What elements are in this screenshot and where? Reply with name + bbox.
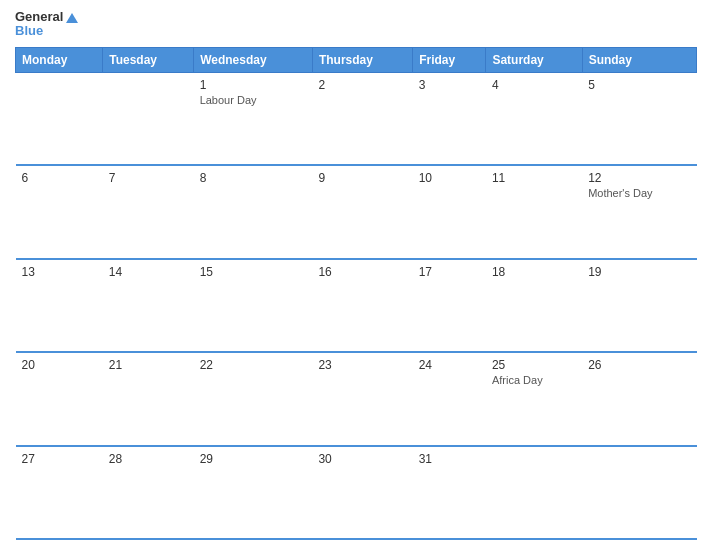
day-cell: 30 (312, 446, 412, 539)
day-number: 17 (419, 265, 480, 279)
day-cell: 7 (103, 165, 194, 258)
week-row-0: 1Labour Day2345 (16, 72, 697, 165)
day-number: 6 (22, 171, 97, 185)
day-cell: 17 (413, 259, 486, 352)
day-cell: 11 (486, 165, 582, 258)
day-number: 27 (22, 452, 97, 466)
day-cell (486, 446, 582, 539)
day-number: 13 (22, 265, 97, 279)
week-row-2: 13141516171819 (16, 259, 697, 352)
day-cell: 24 (413, 352, 486, 445)
header-saturday: Saturday (486, 47, 582, 72)
day-cell: 12Mother's Day (582, 165, 696, 258)
day-cell: 13 (16, 259, 103, 352)
day-cell: 29 (194, 446, 313, 539)
calendar-table: Monday Tuesday Wednesday Thursday Friday… (15, 47, 697, 540)
day-number: 11 (492, 171, 576, 185)
calendar-container: General Blue Monday Tuesday Wednesday Th… (0, 0, 712, 550)
day-cell: 28 (103, 446, 194, 539)
day-number: 15 (200, 265, 307, 279)
header-sunday: Sunday (582, 47, 696, 72)
week-row-4: 2728293031 (16, 446, 697, 539)
day-cell: 19 (582, 259, 696, 352)
holiday-name: Mother's Day (588, 187, 690, 199)
day-cell: 6 (16, 165, 103, 258)
day-number: 2 (318, 78, 406, 92)
day-cell: 22 (194, 352, 313, 445)
day-number: 5 (588, 78, 690, 92)
day-cell: 14 (103, 259, 194, 352)
logo-general-text: General (15, 10, 78, 24)
day-cell: 15 (194, 259, 313, 352)
day-cell: 21 (103, 352, 194, 445)
holiday-name: Africa Day (492, 374, 576, 386)
day-number: 31 (419, 452, 480, 466)
week-row-1: 6789101112Mother's Day (16, 165, 697, 258)
day-number: 24 (419, 358, 480, 372)
day-number: 22 (200, 358, 307, 372)
day-cell: 1Labour Day (194, 72, 313, 165)
day-cell: 20 (16, 352, 103, 445)
day-cell: 27 (16, 446, 103, 539)
day-number: 1 (200, 78, 307, 92)
day-cell: 23 (312, 352, 412, 445)
day-number: 7 (109, 171, 188, 185)
day-number: 19 (588, 265, 690, 279)
header-friday: Friday (413, 47, 486, 72)
day-number: 25 (492, 358, 576, 372)
day-number: 8 (200, 171, 307, 185)
day-cell: 10 (413, 165, 486, 258)
day-cell: 5 (582, 72, 696, 165)
calendar-header: General Blue (15, 10, 697, 39)
day-number: 3 (419, 78, 480, 92)
day-cell: 4 (486, 72, 582, 165)
weekday-header-row: Monday Tuesday Wednesday Thursday Friday… (16, 47, 697, 72)
logo-blue-text: Blue (15, 24, 78, 38)
logo: General Blue (15, 10, 78, 39)
logo-triangle-icon (66, 13, 78, 23)
day-cell: 16 (312, 259, 412, 352)
header-monday: Monday (16, 47, 103, 72)
day-number: 18 (492, 265, 576, 279)
day-cell: 8 (194, 165, 313, 258)
day-cell: 25Africa Day (486, 352, 582, 445)
day-number: 9 (318, 171, 406, 185)
day-number: 28 (109, 452, 188, 466)
day-number: 21 (109, 358, 188, 372)
day-number: 4 (492, 78, 576, 92)
header-thursday: Thursday (312, 47, 412, 72)
day-number: 14 (109, 265, 188, 279)
day-cell (582, 446, 696, 539)
day-number: 10 (419, 171, 480, 185)
day-number: 30 (318, 452, 406, 466)
day-cell: 9 (312, 165, 412, 258)
day-cell (16, 72, 103, 165)
day-cell: 2 (312, 72, 412, 165)
day-cell: 3 (413, 72, 486, 165)
day-number: 16 (318, 265, 406, 279)
header-wednesday: Wednesday (194, 47, 313, 72)
day-number: 23 (318, 358, 406, 372)
header-tuesday: Tuesday (103, 47, 194, 72)
day-cell: 18 (486, 259, 582, 352)
day-cell: 26 (582, 352, 696, 445)
holiday-name: Labour Day (200, 94, 307, 106)
week-row-3: 202122232425Africa Day26 (16, 352, 697, 445)
day-number: 29 (200, 452, 307, 466)
day-cell: 31 (413, 446, 486, 539)
day-number: 26 (588, 358, 690, 372)
day-number: 20 (22, 358, 97, 372)
day-number: 12 (588, 171, 690, 185)
day-cell (103, 72, 194, 165)
